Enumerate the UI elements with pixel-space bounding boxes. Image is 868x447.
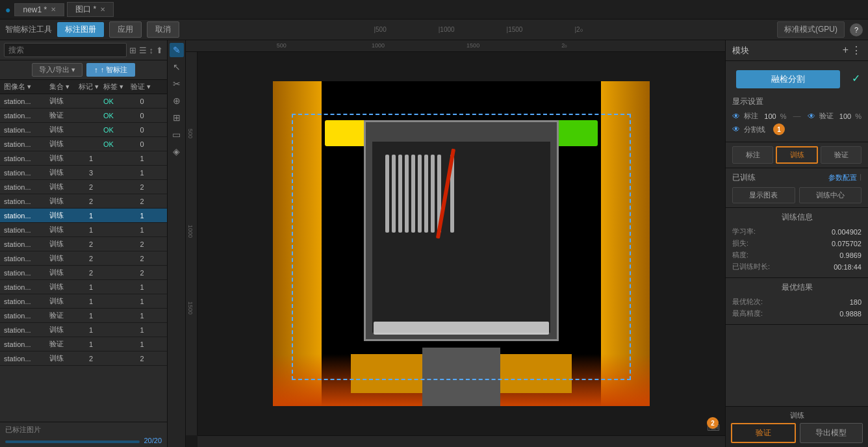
eye-icon-divider[interactable]: 👁 (732, 125, 740, 134)
col-set[interactable]: 集合 ▾ (49, 82, 79, 92)
label-text: 标注 (744, 111, 758, 121)
display-settings: 显示设置 👁 标注 100 % — 👁 验证 100 % 👁 分割线 1 (726, 92, 868, 142)
img-verify: 1 (131, 312, 153, 320)
auto-label-btn[interactable]: ↑ ↑ 智标注 (86, 63, 136, 77)
annotation-btn[interactable]: 标注图册 (57, 22, 104, 37)
mode-button[interactable]: 标准模式(GPU) (777, 21, 845, 38)
tool-sidebar: ✎ ↖ ✂ ⊕ ⊞ ▭ ◈ (168, 40, 186, 447)
verify-text-label: 验证 (819, 111, 834, 121)
eye-icon-label[interactable]: 👁 (732, 112, 740, 121)
image-row[interactable]: station... 训练 2 2 (0, 266, 167, 280)
col-name[interactable]: 图像名 ▾ (4, 82, 49, 92)
tab-window-close[interactable]: ✕ (100, 6, 105, 13)
image-row[interactable]: station... 训练 2 2 (0, 194, 167, 209)
img-verify: 2 (131, 240, 153, 248)
image-row[interactable]: station... 训练 1 1 (0, 223, 167, 237)
image-row[interactable]: station... 训练 OK 0 (0, 94, 167, 109)
bottom-train-area: 训练 验证 导出模型 2 (726, 406, 868, 447)
import-icon[interactable]: ⬆ (156, 45, 163, 55)
acc-val: 0.9869 (839, 251, 862, 259)
image-row[interactable]: station... 训练 1 1 (0, 151, 167, 166)
sort-icon[interactable]: ↕ (149, 45, 154, 55)
add-icon[interactable]: + (843, 44, 849, 57)
tab-validation[interactable]: 验证 (821, 146, 862, 164)
eye-icon-verify[interactable]: 👁 (808, 112, 815, 121)
image-row[interactable]: station... 训练 3 1 (0, 166, 167, 180)
tab-new1-close[interactable]: ✕ (51, 6, 56, 13)
validate-btn[interactable]: 验证 (731, 423, 796, 443)
image-row[interactable]: station... 训练 1 1 (0, 323, 167, 337)
image-row[interactable]: station... 训练 2 2 (0, 251, 167, 266)
image-row[interactable]: station... 训练 1 1 (0, 294, 167, 309)
image-row[interactable]: station... 训练 2 2 (0, 180, 167, 194)
tool-zoom[interactable]: ⊕ (170, 94, 184, 108)
canvas-area[interactable]: 500 1000 1500 2₀ 500 1000 1500 (186, 40, 725, 447)
image-row[interactable]: station... 训练 1 1 (0, 209, 167, 223)
app-icon: ● (5, 5, 10, 15)
image-row[interactable]: station... 验证 1 1 (0, 309, 167, 323)
img-name: station... (4, 226, 49, 234)
img-mark: 3 (79, 169, 103, 177)
img-name: station... (4, 97, 49, 105)
more-icon[interactable]: ⋮ (851, 44, 862, 57)
tab-new1[interactable]: new1 * ✕ (14, 3, 64, 16)
img-mark: 1 (79, 298, 103, 305)
ruler-horizontal: 500 1000 1500 2₀ (186, 40, 725, 52)
filter-icon[interactable]: ⊞ (129, 45, 136, 55)
cancel-btn[interactable]: 取消 (147, 21, 179, 38)
image-row[interactable]: station... 训练 OK 0 (0, 137, 167, 151)
main-toolbar: 智能标注工具 标注图册 应用 取消 |500|1000|1500|2₀ 标准模式… (0, 19, 868, 40)
train-info: 训练信息 学习率: 0.004902 损失: 0.075702 稿度: 0.98… (726, 208, 868, 278)
tab-window[interactable]: 图口 * ✕ (67, 2, 114, 17)
col-verify[interactable]: 验证 ▾ (131, 82, 153, 92)
apply-btn[interactable]: 应用 (109, 21, 142, 38)
trained-header: 已训练 参数配置 | (732, 172, 862, 183)
image-list[interactable]: station... 训练 OK 0 station... 验证 OK 0 st… (0, 94, 167, 422)
img-name: station... (4, 326, 49, 334)
tool-select[interactable]: ↖ (170, 60, 184, 74)
image-row[interactable]: station... 验证 OK 0 (0, 109, 167, 123)
import-export-btn[interactable]: 导入/导出 ▾ (32, 63, 83, 77)
tool-scissors[interactable]: ✂ (170, 77, 184, 91)
image-row[interactable]: station... 训练 OK 0 (0, 123, 167, 137)
tab-training[interactable]: 训练 (776, 146, 818, 164)
image-row[interactable]: station... 训练 1 1 (0, 280, 167, 294)
trained-section: 已训练 参数配置 | 显示图表 训练中心 (726, 168, 868, 208)
img-name: station... (4, 183, 49, 191)
fusion-row: 融检分割 ✓ (726, 61, 868, 92)
img-verify: 1 (131, 298, 153, 305)
image-row[interactable]: station... 训练 2 2 (0, 237, 167, 251)
check-btn[interactable]: ✓ (849, 70, 863, 87)
tab-annotation[interactable]: 标注 (732, 146, 773, 164)
img-set: 训练 (49, 168, 79, 177)
verify-pct: 100 (839, 112, 851, 120)
fusion-btn[interactable]: 融检分割 (736, 70, 840, 88)
image-row[interactable]: station... 验证 1 1 (0, 337, 167, 351)
img-verify: 1 (131, 226, 153, 234)
validate-btn-label: 验证 (756, 428, 771, 437)
img-set: 训练 (49, 182, 79, 192)
time-val: 00:18:44 (834, 263, 862, 271)
export-btn[interactable]: 导出模型 (800, 423, 863, 443)
tool-pen[interactable]: ✎ (170, 43, 184, 57)
col-tag[interactable]: 标签 ▾ (103, 82, 131, 92)
train-center-btn[interactable]: 训练中心 (799, 187, 862, 203)
img-set: 验证 (49, 311, 79, 320)
acc-row: 稿度: 0.9869 (732, 250, 862, 260)
img-mark: 1 (79, 340, 103, 348)
help-button[interactable]: ? (850, 23, 863, 36)
config-link[interactable]: 参数配置 (828, 173, 857, 183)
canvas-image-area[interactable] (198, 52, 725, 435)
img-tag: OK (103, 140, 131, 148)
search-input[interactable] (4, 43, 127, 57)
col-mark[interactable]: 标记 ▾ (79, 82, 103, 92)
tool-grid[interactable]: ⊞ (170, 110, 184, 125)
show-graph-btn[interactable]: 显示图表 (732, 187, 795, 203)
tool-rect[interactable]: ▭ (170, 127, 184, 142)
tool-polygon[interactable]: ◈ (170, 144, 184, 159)
img-set: 训练 (49, 296, 79, 306)
image-row[interactable]: station... 训练 2 2 (0, 351, 167, 366)
lr-val: 0.004902 (832, 228, 862, 236)
list-icon[interactable]: ☰ (139, 45, 147, 55)
img-mark: 2 (79, 240, 103, 248)
